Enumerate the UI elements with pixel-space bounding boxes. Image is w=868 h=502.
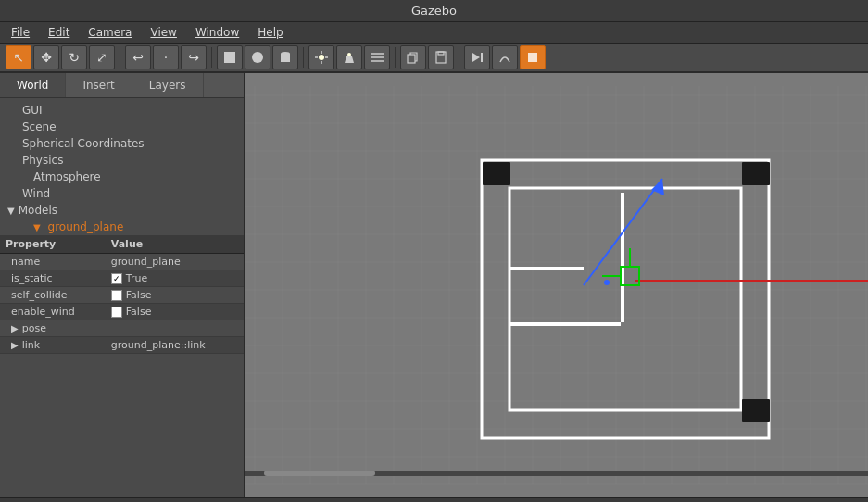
scrollbar-horizontal[interactable] <box>245 471 868 476</box>
prop-link-value: ground_plane::link <box>106 337 244 354</box>
tab-insert[interactable]: Insert <box>66 73 132 97</box>
tree-ground-plane[interactable]: ▼ ground_plane <box>0 219 244 235</box>
prop-self-collide-key: self_collide <box>0 287 106 304</box>
models-arrow: ▼ <box>7 206 15 216</box>
prop-row-pose: ▶ pose <box>0 320 244 337</box>
tool-scale[interactable]: ⤢ <box>89 45 115 69</box>
link-arrow[interactable]: ▶ <box>11 340 19 350</box>
menu-edit[interactable]: Edit <box>44 24 73 41</box>
prop-is-static-key: is_static <box>0 270 106 287</box>
svg-rect-13 <box>408 55 415 63</box>
scrollbar-thumb[interactable] <box>264 471 375 476</box>
prop-self-collide-value[interactable]: False <box>106 287 244 304</box>
tool-point-light[interactable] <box>308 45 334 69</box>
prop-pose-key: ▶ pose <box>0 320 106 337</box>
menu-camera[interactable]: Camera <box>84 24 135 41</box>
svg-rect-62 <box>509 267 584 270</box>
tool-undo[interactable]: ↩ <box>125 45 151 69</box>
prop-pose-value <box>106 320 244 337</box>
pose-label: pose <box>22 322 46 334</box>
tool-undo-dot[interactable]: · <box>153 45 179 69</box>
svg-rect-0 <box>224 52 235 63</box>
svg-rect-18 <box>528 53 537 62</box>
link-label: link <box>22 339 40 351</box>
svg-point-72 <box>604 280 610 285</box>
self-collide-label: False <box>126 289 152 301</box>
tool-copy[interactable] <box>400 45 426 69</box>
menu-window[interactable]: Window <box>192 24 243 41</box>
svg-point-3 <box>281 52 290 56</box>
tool-sphere[interactable] <box>245 45 270 69</box>
tool-play-step[interactable] <box>464 45 490 69</box>
prop-name-value[interactable]: ground_plane <box>106 254 244 270</box>
sep3 <box>303 47 304 68</box>
prop-row-name: name ground_plane <box>0 254 244 270</box>
is-static-label: True <box>126 272 147 284</box>
pose-arrow[interactable]: ▶ <box>11 323 19 333</box>
svg-rect-19 <box>245 86 868 484</box>
svg-rect-64 <box>742 162 770 185</box>
prop-enable-wind-value[interactable]: False <box>106 304 244 320</box>
is-static-checkbox[interactable]: ✓ <box>111 273 122 284</box>
tab-bar: World Insert Layers <box>0 73 244 98</box>
svg-marker-16 <box>472 53 480 62</box>
tree-ground-plane-label: ground_plane <box>48 220 124 233</box>
sep1 <box>120 47 120 68</box>
tree-models-label: Models <box>19 204 57 217</box>
toolbar: ↖ ✥ ↻ ⤢ ↩ · ↪ <box>0 44 868 73</box>
svg-rect-60 <box>509 322 621 326</box>
title-bar: Gazebo <box>0 0 868 22</box>
sep4 <box>395 47 396 68</box>
self-collide-checkbox[interactable] <box>111 290 122 301</box>
tree-models-expand[interactable]: ▼ Models <box>0 202 244 219</box>
svg-point-1 <box>252 52 263 63</box>
tree-panel: GUI Scene Spherical Coordinates Physics … <box>0 98 244 497</box>
tool-cylinder[interactable] <box>272 45 298 69</box>
prop-enable-wind-key: enable_wind <box>0 304 106 320</box>
tool-translate[interactable]: ✥ <box>33 45 59 69</box>
tree-gui[interactable]: GUI <box>0 102 244 119</box>
prop-name-key: name <box>0 254 106 270</box>
menu-view[interactable]: View <box>146 24 180 41</box>
tree-spherical-coords-label: Spherical Coordinates <box>22 137 145 150</box>
prop-header-property: Property <box>0 235 106 254</box>
viewport[interactable] <box>245 73 868 497</box>
enable-wind-label: False <box>126 306 152 318</box>
tool-redo[interactable]: ↪ <box>181 45 207 69</box>
tool-paste[interactable] <box>428 45 454 69</box>
tab-layers[interactable]: Layers <box>132 73 204 97</box>
svg-rect-61 <box>621 193 624 322</box>
enable-wind-checkbox[interactable] <box>111 307 122 318</box>
menu-help[interactable]: Help <box>254 24 286 41</box>
left-panel: World Insert Layers GUI Scene Spherical … <box>0 73 245 497</box>
tree-scene[interactable]: Scene <box>0 119 244 135</box>
tree-atmosphere[interactable]: Atmosphere <box>0 169 244 185</box>
prop-row-link: ▶ link ground_plane::link <box>0 337 244 354</box>
main-layout: World Insert Layers GUI Scene Spherical … <box>0 73 868 497</box>
svg-point-4 <box>319 55 324 60</box>
tool-dir-light[interactable] <box>364 45 390 69</box>
tool-spot-light[interactable] <box>336 45 362 69</box>
sep2 <box>211 47 212 68</box>
tool-arc[interactable] <box>492 45 518 69</box>
prop-link-key: ▶ link <box>0 337 106 354</box>
menu-bar: File Edit Camera View Window Help <box>0 22 868 44</box>
prop-row-self-collide: self_collide False <box>0 287 244 304</box>
svg-rect-17 <box>481 53 483 62</box>
prop-row-enable-wind: enable_wind False <box>0 304 244 320</box>
tool-box[interactable] <box>217 45 243 69</box>
tool-orange[interactable] <box>520 45 546 69</box>
svg-rect-15 <box>438 52 444 55</box>
prop-is-static-value[interactable]: ✓ True <box>106 270 244 287</box>
tree-spherical-coords[interactable]: Spherical Coordinates <box>0 135 244 152</box>
menu-file[interactable]: File <box>7 24 33 41</box>
tool-rotate[interactable]: ↻ <box>61 45 87 69</box>
svg-rect-63 <box>483 162 510 185</box>
props-table: Property Value name ground_plane is_stat… <box>0 235 244 354</box>
tree-wind[interactable]: Wind <box>0 185 244 202</box>
sep5 <box>459 47 459 68</box>
tree-physics[interactable]: Physics <box>0 152 244 169</box>
tab-world[interactable]: World <box>0 73 66 97</box>
app-title: Gazebo <box>411 4 457 18</box>
tool-select[interactable]: ↖ <box>6 45 31 69</box>
